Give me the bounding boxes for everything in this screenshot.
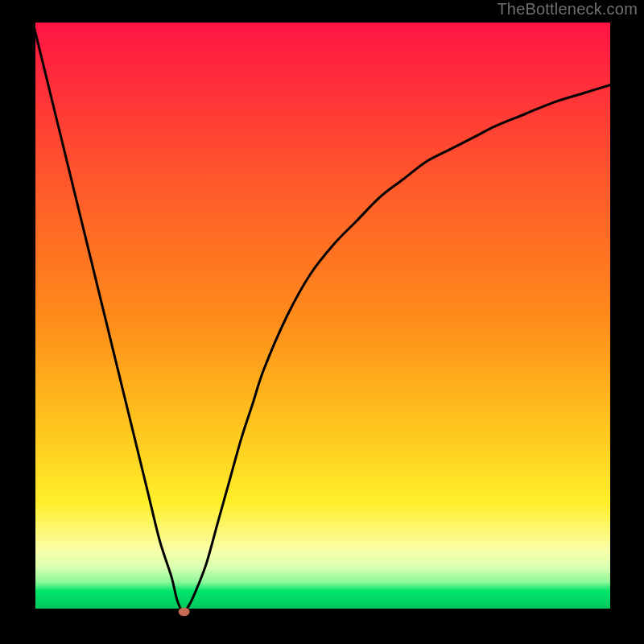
watermark-text: TheBottleneck.com [497,0,638,19]
svg-rect-1 [35,23,610,609]
chart-svg [0,0,644,644]
chart-container: TheBottleneck.com [0,0,644,644]
trough-marker [179,608,190,616]
